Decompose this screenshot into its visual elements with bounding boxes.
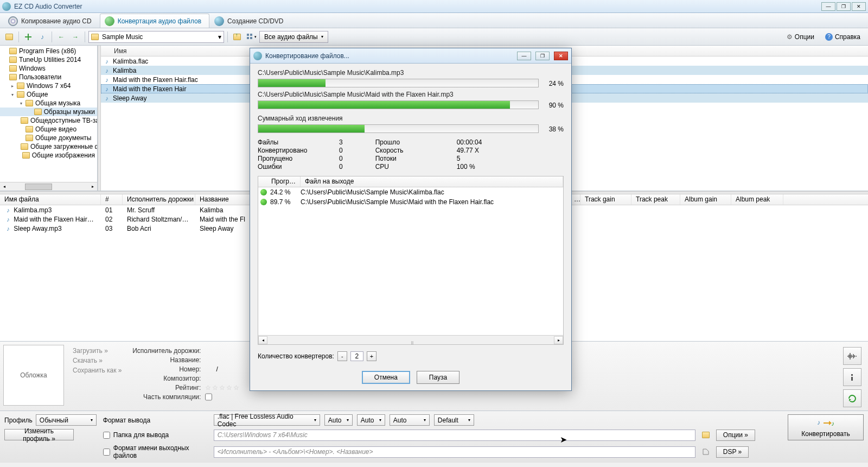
maximize-button[interactable]: ❐ (837, 2, 851, 11)
refresh-button[interactable] (843, 389, 861, 407)
help-button[interactable]: ? Справка (821, 31, 865, 43)
output-col[interactable]: Track peak (631, 194, 680, 205)
format-combo[interactable]: .flac | Free Lossless Audio Codec▾ (214, 414, 320, 426)
info-button[interactable] (843, 368, 861, 386)
expander-icon[interactable]: ▾ (18, 101, 23, 106)
convert-button[interactable]: ♪ ♪ Конвертировать (788, 414, 864, 440)
output-files-list[interactable]: Прогр… Файл на выходе 24.2 %C:\Users\Pub… (258, 176, 564, 345)
format-options-button[interactable]: Опции » (716, 430, 755, 441)
save-cover-link[interactable]: Сохранить как » (73, 367, 122, 374)
forward-button[interactable]: → (69, 31, 81, 43)
compilation-checkbox[interactable] (205, 393, 212, 401)
tree-item[interactable]: Общие загруженные фа… (0, 142, 97, 151)
name-template-button[interactable] (700, 446, 712, 458)
browse-button[interactable] (3, 31, 15, 43)
converters-value[interactable]: 2 (350, 351, 363, 361)
add-file-button[interactable] (22, 31, 34, 43)
output-col[interactable]: Исполнитель дорожки (123, 194, 195, 205)
preset-combo[interactable]: Default▾ (434, 414, 474, 426)
col-output-file[interactable]: Файл на выходе (301, 176, 563, 187)
output-file-row[interactable]: 24.2 %C:\Users\Public\Music\Sample Music… (258, 187, 563, 197)
output-folder-check[interactable]: Папка для вывода (103, 431, 209, 439)
tree-item[interactable]: Windows (0, 64, 97, 73)
column-name[interactable]: Имя (110, 47, 131, 55)
output-folder-checkbox[interactable] (103, 432, 110, 439)
file-filter-combo[interactable]: Все аудио файлы ▾ (259, 31, 328, 43)
dialog-maximize-button[interactable]: ❐ (535, 52, 550, 60)
cover-art-placeholder[interactable]: Обложка (3, 345, 64, 406)
cancel-button[interactable]: Отмена (362, 371, 410, 384)
horizontal-scrollbar[interactable]: ◂ ⠿ ▸ (258, 335, 563, 344)
minimize-button[interactable]: — (821, 2, 835, 11)
expander-icon[interactable] (2, 58, 7, 62)
tree-item[interactable]: Пользователи (0, 73, 97, 81)
scroll-left-icon[interactable]: ◂ (258, 336, 267, 344)
tab-create-cd[interactable]: Создание CD/DVD (209, 14, 291, 28)
tree-item[interactable]: Program Files (x86) (0, 47, 97, 55)
back-button[interactable]: ← (55, 31, 67, 43)
pause-button[interactable]: Пауза (417, 371, 459, 384)
expander-icon[interactable] (18, 153, 20, 158)
close-button[interactable]: ✕ (852, 2, 866, 11)
tree-item[interactable]: Общие документы (0, 134, 97, 142)
profile-combo[interactable]: Обычный ▾ (36, 414, 97, 426)
output-name-input[interactable]: <Исполнитель> - <Альбом>\<Номер>. <Назва… (214, 446, 695, 458)
tree-item[interactable]: Общие изображения (0, 151, 97, 160)
expander-icon[interactable] (2, 66, 7, 71)
output-col[interactable]: Album gain (680, 194, 731, 205)
dsp-button[interactable]: DSP » (716, 446, 749, 458)
tab-cd-copy[interactable]: Копирование аудио CD (3, 14, 100, 28)
folder-tree[interactable]: Program Files (x86)TuneUp Utilities 2014… (0, 46, 98, 191)
tree-item[interactable]: ▸Windows 7 x64 (0, 81, 97, 90)
options-button[interactable]: ⚙ Опции (782, 31, 819, 43)
download-cover-link[interactable]: Скачать » (73, 357, 122, 364)
rating-stars[interactable]: ☆☆☆☆☆ (205, 384, 240, 392)
increment-button[interactable]: + (367, 351, 376, 361)
expander-icon[interactable]: ▸ (10, 84, 15, 89)
chevron-down-icon: ▾ (91, 418, 93, 422)
converters-label: Количество конвертеров: (258, 352, 334, 360)
tree-item[interactable]: Общие видео (0, 125, 97, 134)
expander-icon[interactable] (18, 127, 23, 132)
bitdepth-combo[interactable]: Auto▾ (357, 414, 385, 426)
output-folder-input[interactable]: C:\Users\Windows 7 x64\Music (214, 430, 695, 441)
expander-icon[interactable] (2, 49, 7, 54)
expander-icon[interactable] (27, 110, 32, 115)
folder-path-combo[interactable]: Sample Music ▾ (88, 31, 224, 43)
channels-combo[interactable]: Auto▾ (390, 414, 430, 426)
waveform-button[interactable] (843, 347, 861, 365)
output-file-row[interactable]: 89.7 %C:\Users\Public\Music\Sample Music… (258, 197, 563, 207)
load-cover-link[interactable]: Загрузить » (73, 347, 122, 355)
dialog-close-button[interactable]: ✕ (554, 52, 568, 60)
tree-item[interactable]: ▾Общая музыка (0, 99, 97, 108)
tree-item[interactable]: ▾Общие (0, 90, 97, 99)
browse-output-button[interactable] (700, 429, 712, 441)
scroll-right-icon[interactable]: ▸ (554, 336, 563, 344)
expander-icon[interactable]: ▾ (10, 92, 15, 97)
output-col[interactable]: # (101, 194, 123, 205)
output-col[interactable]: Track gain (580, 194, 631, 205)
tree-item[interactable]: TuneUp Utilities 2014 (0, 55, 97, 64)
edit-profile-button[interactable]: Изменить профиль » (4, 429, 74, 440)
col-progress[interactable]: Прогр… (258, 176, 301, 187)
expander-icon[interactable] (2, 75, 7, 80)
output-name-checkbox[interactable] (103, 449, 110, 456)
expander-icon[interactable] (18, 136, 23, 141)
up-folder-button[interactable]: ↑ (231, 31, 243, 43)
tab-audio-convert[interactable]: Конвертация аудио файлов (100, 14, 209, 28)
artist-label: Исполнитель дорожки: (130, 347, 201, 355)
output-name-check[interactable]: Формат имени выходных файлов (103, 444, 209, 459)
output-col[interactable]: Имя файла (0, 194, 101, 205)
output-col[interactable]: Album peak (731, 194, 783, 205)
tree-item[interactable]: Образцы музыки (0, 108, 97, 116)
music-icon: ♪ (4, 216, 12, 223)
samplerate-combo[interactable]: Auto▾ (324, 414, 353, 426)
dialog-titlebar[interactable]: Конвертирование файлов... — ❐ ✕ (250, 48, 571, 64)
decrement-button[interactable]: - (337, 351, 347, 361)
dialog-minimize-button[interactable]: — (517, 52, 531, 60)
add-icon (24, 33, 33, 41)
music-button[interactable]: ♪ (36, 31, 48, 43)
tree-hscrollbar[interactable]: ◂▸ (0, 182, 97, 191)
tree-item[interactable]: Общедоступные ТВ-зап… (0, 116, 97, 125)
view-button[interactable]: ▾ (245, 31, 257, 43)
